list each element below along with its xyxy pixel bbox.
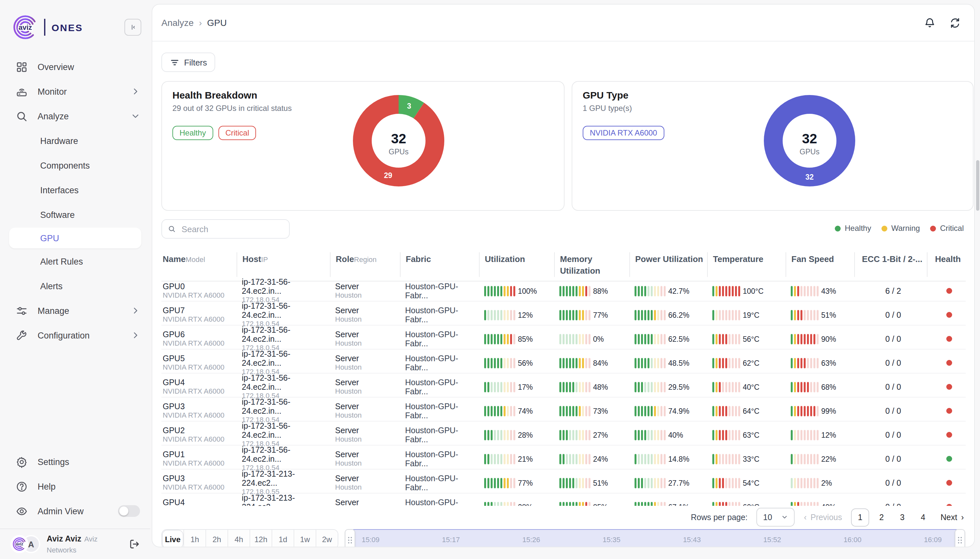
sidebar-item-hardware[interactable]: Hardware: [0, 128, 150, 153]
column-header[interactable]: NameModel: [162, 252, 237, 277]
table-row[interactable]: GPU3NVIDIA RTX A6000ip-172-31-56-24.ec2.…: [162, 397, 966, 422]
heat-gauge: [791, 406, 818, 416]
gauge-bar: [651, 478, 653, 488]
timeline-right-handle[interactable]: [955, 529, 965, 547]
page-button-1[interactable]: 1: [851, 508, 869, 526]
sidebar-item-alert-rules[interactable]: Alert Rules: [0, 249, 150, 274]
page-button-3[interactable]: 3: [894, 509, 911, 526]
gauge-bar: [644, 454, 646, 464]
sidebar-collapse-button[interactable]: [124, 19, 141, 36]
sidebar-item-interfaces[interactable]: Interfaces: [0, 178, 150, 202]
gauge-bar: [794, 502, 796, 506]
time-range-12h[interactable]: 12h: [249, 530, 272, 547]
gauge-bar: [503, 286, 506, 296]
search-input[interactable]: [180, 223, 283, 235]
gauge-bar: [647, 502, 650, 506]
gpu-type-chip[interactable]: NVIDIA RTX A6000: [583, 126, 664, 140]
column-header[interactable]: Power Utilization: [629, 252, 707, 277]
column-header[interactable]: Utilization: [479, 252, 554, 277]
gauge-bar: [732, 502, 734, 506]
time-range-1d[interactable]: 1d: [272, 530, 294, 547]
sidebar-item-manage[interactable]: Manage: [0, 298, 150, 323]
gpu-type-card: GPU Type 1 GPU type(s) NVIDIA RTX A6000 …: [572, 81, 973, 211]
ecc-cell: 0 / 0: [854, 334, 927, 343]
legend-item: Critical: [931, 224, 964, 233]
gauge-bar: [738, 334, 740, 344]
refresh-button[interactable]: [949, 17, 961, 29]
role: Server: [335, 498, 400, 506]
metric-cell: 63%: [791, 358, 854, 368]
metric-value: 51%: [593, 479, 608, 487]
column-header[interactable]: Fan Speed: [785, 252, 854, 277]
table-row[interactable]: GPU0NVIDIA RTX A6000ip-172-31-56-24.ec2.…: [162, 278, 966, 301]
logout-button[interactable]: [128, 538, 140, 550]
sidebar-item-admin-view: Admin View: [0, 499, 150, 523]
notifications-button[interactable]: [924, 17, 936, 29]
sidebar-item-help[interactable]: Help: [0, 474, 150, 499]
column-header[interactable]: Fabric: [400, 252, 479, 277]
table-row[interactable]: GPU5NVIDIA RTX A6000ip-172-31-56-24.ec2.…: [162, 349, 966, 374]
sidebar-item-gpu[interactable]: GPU: [9, 228, 141, 248]
column-header[interactable]: Health: [927, 252, 966, 277]
gauge-bar: [589, 334, 591, 344]
gauge-bar: [510, 358, 512, 368]
gauge-bar: [589, 454, 591, 464]
page-button-2[interactable]: 2: [873, 509, 890, 526]
dashboard-grid-icon: [16, 61, 28, 73]
gauge-bar: [635, 478, 637, 488]
column-header[interactable]: Memory Utilization: [554, 252, 629, 277]
time-range-live[interactable]: Live: [162, 530, 183, 547]
gauge-bar: [513, 286, 515, 296]
timeline-selection-band[interactable]: 15:0915:1715:2615:3515:4315:5216:0016:09: [351, 529, 959, 547]
gauge-bar: [725, 502, 727, 506]
gauge-bar: [569, 502, 571, 506]
timeline-left-handle[interactable]: [345, 529, 355, 547]
previous-page-button[interactable]: ‹Previous: [804, 513, 842, 522]
column-header[interactable]: Temperature: [707, 252, 785, 277]
gauge-bar: [800, 502, 802, 506]
time-range-4h[interactable]: 4h: [228, 530, 249, 547]
time-range-1w[interactable]: 1w: [294, 530, 316, 547]
table-row[interactable]: GPU3NVIDIA RTX A6000ip-172-31-213-224.ec…: [162, 470, 966, 493]
table-row[interactable]: GPU7NVIDIA RTX A6000ip-172-31-56-24.ec2.…: [162, 301, 966, 326]
sidebar-item-configuration[interactable]: Configuration: [0, 323, 150, 347]
page-scrollbar[interactable]: [976, 160, 979, 211]
status-chip[interactable]: Critical: [218, 126, 256, 140]
metric-value: 43%: [821, 287, 836, 295]
column-header[interactable]: ECC 1-Bit / 2-...: [854, 252, 927, 277]
time-range-1h[interactable]: 1h: [183, 530, 205, 547]
gauge-bar: [647, 310, 650, 320]
column-header[interactable]: HostIP: [237, 252, 330, 277]
gauge-bar: [510, 286, 512, 296]
time-range-2h[interactable]: 2h: [205, 530, 228, 547]
gauge-bar: [651, 310, 653, 320]
sidebar-item-alerts[interactable]: Alerts: [0, 274, 150, 298]
column-header[interactable]: RoleRegion: [330, 252, 400, 277]
sidebar-item-analyze[interactable]: Analyze: [0, 104, 150, 128]
sidebar-item-monitor[interactable]: Monitor: [0, 79, 150, 104]
sidebar-item-software[interactable]: Software: [0, 202, 150, 227]
next-page-button[interactable]: Next›: [940, 513, 964, 522]
gauge-bar: [589, 310, 591, 320]
filter-icon: [170, 57, 180, 67]
table-row[interactable]: GPU4NVIDIA RTX A6000ip-172-31-213-224.ec…: [162, 493, 966, 506]
time-range-2w[interactable]: 2w: [316, 530, 338, 547]
table-row[interactable]: GPU1NVIDIA RTX A6000ip-172-31-56-24.ec2.…: [162, 445, 966, 470]
table-row[interactable]: GPU2NVIDIA RTX A6000ip-172-31-56-24.ec2.…: [162, 422, 966, 445]
filters-button[interactable]: Filters: [162, 53, 216, 72]
sidebar-item-components[interactable]: Components: [0, 153, 150, 178]
metric-value: 54°C: [743, 479, 759, 487]
table-row[interactable]: GPU6NVIDIA RTX A6000ip-172-31-56-24.ec2.…: [162, 326, 966, 349]
page-button-4[interactable]: 4: [914, 509, 931, 526]
admin-view-toggle[interactable]: [118, 505, 140, 517]
drag-dots-icon: [958, 537, 962, 543]
status-chip[interactable]: Healthy: [172, 126, 213, 140]
table-row[interactable]: GPU4NVIDIA RTX A6000ip-172-31-56-24.ec2.…: [162, 374, 966, 397]
gauge-bar: [559, 478, 561, 488]
breadcrumb-analyze[interactable]: Analyze: [162, 18, 194, 28]
sidebar-item-overview[interactable]: Overview: [0, 55, 150, 79]
util-gauge: [635, 478, 666, 488]
gauge-bar: [589, 406, 591, 416]
sidebar-item-settings[interactable]: Settings: [0, 450, 150, 474]
rows-per-page-select[interactable]: 10: [757, 508, 795, 527]
